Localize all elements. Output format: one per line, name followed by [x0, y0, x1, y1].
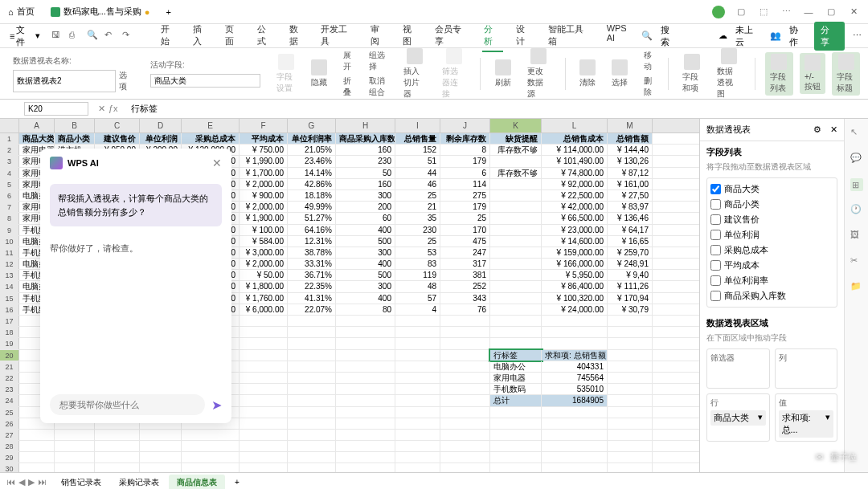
- document-tab[interactable]: 数码家电...售与采购 ●: [43, 0, 158, 23]
- row-header[interactable]: 30: [0, 463, 19, 472]
- cell[interactable]: [542, 441, 608, 451]
- filter-connections-button[interactable]: 筛选器连接: [437, 47, 470, 101]
- cell[interactable]: 500: [336, 236, 395, 247]
- column-header[interactable]: H: [336, 119, 395, 132]
- row-area[interactable]: 行 商品大类▾: [706, 393, 770, 442]
- refresh-button[interactable]: 刷新: [490, 58, 516, 90]
- cell[interactable]: ¥ 111,26: [608, 281, 653, 291]
- cell[interactable]: 50: [336, 168, 395, 178]
- hide-button[interactable]: 隐藏: [306, 58, 332, 90]
- change-datasource-button[interactable]: 更改数据源: [522, 47, 555, 101]
- select-all-corner[interactable]: [0, 119, 19, 132]
- cell[interactable]: [182, 441, 240, 451]
- cell[interactable]: 300: [336, 247, 395, 258]
- folder-icon[interactable]: 📁: [850, 281, 863, 294]
- cell[interactable]: 33.31%: [288, 259, 336, 269]
- cell[interactable]: 381: [440, 270, 490, 280]
- close-window-icon[interactable]: ✕: [847, 6, 860, 18]
- cell[interactable]: ¥ 83,97: [608, 202, 653, 212]
- cell[interactable]: ¥ 900.00: [240, 190, 288, 201]
- cell[interactable]: [140, 463, 182, 472]
- cell[interactable]: [288, 395, 336, 405]
- cell[interactable]: [490, 441, 542, 451]
- column-header[interactable]: L: [542, 119, 608, 132]
- cell[interactable]: [608, 441, 653, 451]
- cell[interactable]: [336, 361, 395, 372]
- cell[interactable]: [182, 463, 240, 472]
- cell[interactable]: [608, 316, 653, 326]
- panel-close-icon[interactable]: ✕: [830, 124, 837, 134]
- cell[interactable]: 51.27%: [288, 213, 336, 223]
- cell[interactable]: 252: [440, 281, 490, 291]
- column-header[interactable]: D: [140, 119, 182, 132]
- cell[interactable]: [490, 327, 542, 337]
- cell[interactable]: [608, 373, 653, 383]
- cell[interactable]: ¥ 259,70: [608, 247, 653, 258]
- field-item[interactable]: 商品采购入库数: [710, 288, 833, 304]
- cell[interactable]: [336, 418, 395, 429]
- cell[interactable]: [395, 441, 440, 451]
- file-menu[interactable]: ≡ 文件 ▾: [6, 24, 43, 48]
- field-settings-button[interactable]: 字段设置: [272, 52, 300, 96]
- cell[interactable]: ¥ 248,91: [608, 259, 653, 269]
- cell[interactable]: [440, 441, 490, 451]
- cell[interactable]: ¥ 50.00: [240, 270, 288, 280]
- cell[interactable]: [95, 441, 140, 451]
- row-header[interactable]: 27: [0, 430, 19, 440]
- cell[interactable]: ¥ 5,950.00: [542, 270, 608, 280]
- field-item[interactable]: 商品小类: [710, 197, 833, 212]
- cell[interactable]: ¥ 136,46: [608, 213, 653, 223]
- cell[interactable]: [608, 338, 653, 348]
- move-button[interactable]: 移动: [644, 50, 653, 72]
- cell[interactable]: 总销售额: [608, 133, 653, 144]
- cell[interactable]: [490, 202, 542, 212]
- cell[interactable]: 总销售成本: [542, 133, 608, 144]
- field-checkbox[interactable]: [710, 214, 721, 225]
- cell[interactable]: [490, 338, 542, 348]
- row-header[interactable]: 1: [0, 133, 19, 144]
- cell[interactable]: 22.35%: [288, 281, 336, 291]
- cell[interactable]: 83: [395, 259, 440, 269]
- ai-send-button[interactable]: ➤: [211, 397, 222, 413]
- insert-slicer-button[interactable]: 插入切片器: [399, 47, 432, 101]
- cell[interactable]: 49.99%: [288, 202, 336, 212]
- cell[interactable]: [336, 316, 395, 326]
- cell[interactable]: ¥ 584.00: [240, 236, 288, 247]
- cell[interactable]: [19, 463, 55, 472]
- pivot-chart-button[interactable]: 数据透视图: [712, 47, 745, 101]
- cell[interactable]: 42.86%: [288, 179, 336, 189]
- cell[interactable]: [440, 384, 490, 394]
- cell[interactable]: [542, 452, 608, 463]
- field-checkbox[interactable]: [710, 245, 721, 255]
- cell[interactable]: [288, 361, 336, 372]
- cell[interactable]: [288, 441, 336, 451]
- cell[interactable]: 总计: [490, 395, 542, 405]
- cell[interactable]: [240, 407, 288, 418]
- row-header[interactable]: 10: [0, 236, 19, 247]
- cell[interactable]: 745564: [542, 373, 608, 383]
- column-header[interactable]: J: [440, 119, 490, 132]
- cell[interactable]: 60: [336, 213, 395, 223]
- column-header[interactable]: B: [55, 119, 95, 132]
- row-header[interactable]: 12: [0, 259, 19, 269]
- layout-icon[interactable]: ▢: [735, 6, 747, 18]
- row-header[interactable]: 24: [0, 395, 19, 405]
- cell[interactable]: [240, 361, 288, 372]
- cell[interactable]: [490, 452, 542, 463]
- cell[interactable]: ¥ 74,800.00: [542, 168, 608, 178]
- cell[interactable]: [95, 463, 140, 472]
- menu-tab-开始[interactable]: 开始: [159, 20, 180, 52]
- cell[interactable]: [490, 304, 542, 315]
- cell[interactable]: [182, 452, 240, 463]
- cell[interactable]: [490, 190, 542, 201]
- cell[interactable]: [336, 395, 395, 405]
- cell[interactable]: [608, 452, 653, 463]
- sheet-tab[interactable]: 商品信息表: [169, 475, 225, 490]
- cell[interactable]: 采购总成本: [182, 133, 240, 144]
- collapse-button[interactable]: 折叠: [343, 75, 353, 98]
- pointer-icon[interactable]: ↖: [850, 127, 863, 140]
- cell[interactable]: [19, 441, 55, 451]
- add-tab-button[interactable]: +: [158, 7, 178, 17]
- cell[interactable]: 317: [440, 259, 490, 269]
- name-box[interactable]: [24, 102, 88, 116]
